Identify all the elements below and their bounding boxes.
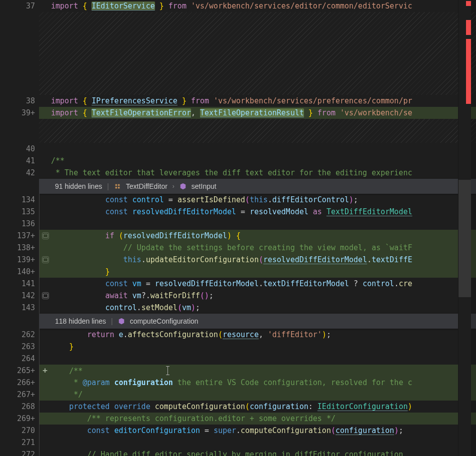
code-editor[interactable]: 37 38 39+ 40 41 42 134 135 136 137+ 138+… xyxy=(0,0,476,456)
line-number: 265++ xyxy=(0,365,39,377)
line-gutter: 37 38 39+ 40 41 42 134 135 136 137+ 138+… xyxy=(0,0,39,456)
code-line[interactable] xyxy=(39,353,476,365)
hidden-lines-text: 118 hidden lines xyxy=(55,317,106,325)
line-number: 143 xyxy=(0,302,39,314)
minimap-error-marker xyxy=(466,20,471,35)
code-line[interactable]: const resolvedDiffEditorModel = resolved… xyxy=(39,206,476,218)
code-content[interactable]: import { IEditorService } from 'vs/workb… xyxy=(39,0,476,456)
line-number: 42 xyxy=(0,167,39,179)
line-number: 136 xyxy=(0,218,39,230)
folded-region-bar[interactable]: 118 hidden lines | computeConfiguration xyxy=(39,314,476,329)
line-number: 140+ xyxy=(0,266,39,278)
method-icon xyxy=(180,183,186,190)
line-number: 41 xyxy=(0,155,39,167)
line-number: 135 xyxy=(0,206,39,218)
gutter-spacer xyxy=(0,119,39,143)
text-cursor xyxy=(168,366,168,375)
code-line[interactable]: } xyxy=(39,341,476,353)
line-number: 270 xyxy=(0,425,39,437)
folded-region-bar[interactable]: 91 hidden lines | TextDiffEditor › setIn… xyxy=(39,179,476,194)
separator: | xyxy=(111,317,113,325)
line-number: 37 xyxy=(0,0,39,12)
line-number: 40 xyxy=(0,143,39,155)
line-number: 271 xyxy=(0,437,39,449)
line-number: 138+ xyxy=(0,242,39,254)
code-line[interactable]: const editorConfiguration = super.comput… xyxy=(39,425,476,437)
line-number: 142 xyxy=(0,290,39,302)
code-line[interactable]: return e.affectsConfiguration(resource, … xyxy=(39,329,476,341)
line-number: 266+ xyxy=(0,377,39,389)
code-line-added[interactable]: this.updateEditorConfiguration(resolvedD… xyxy=(39,254,476,266)
code-line-added[interactable]: // Update the settings before creating t… xyxy=(39,242,476,254)
breadcrumb-method[interactable]: setInput xyxy=(192,182,216,190)
line-number: 272 xyxy=(0,449,39,456)
method-icon xyxy=(118,318,125,325)
code-line-added[interactable]: */ xyxy=(39,389,476,401)
minimap-viewport[interactable] xyxy=(458,180,471,297)
line-number: 267+ xyxy=(0,389,39,401)
gutter-spacer xyxy=(0,12,39,95)
code-line[interactable]: /** xyxy=(39,155,476,167)
hatch-spacer xyxy=(39,119,476,143)
code-line[interactable]: const vm = resolvedDiffEditorModel.textD… xyxy=(39,278,476,290)
scrollbar-vertical[interactable] xyxy=(471,0,476,456)
line-number: 269+ xyxy=(0,413,39,425)
code-line-added[interactable]: import { TextFileOperationError, TextFil… xyxy=(39,107,476,119)
line-number: 38 xyxy=(0,95,39,107)
code-line[interactable]: const control = assertIsDefined(this.dif… xyxy=(39,194,476,206)
line-number: 39+ xyxy=(0,107,39,119)
gutter-fold-row xyxy=(0,179,39,194)
code-line[interactable] xyxy=(39,437,476,449)
minimap[interactable] xyxy=(458,0,471,456)
separator: | xyxy=(107,182,109,190)
hidden-lines-text: 91 hidden lines xyxy=(55,182,102,190)
code-line[interactable]: await vm?.waitForDiff(); xyxy=(39,290,476,302)
line-number: 134 xyxy=(0,194,39,206)
code-line[interactable]: import { IPreferencesService } from 'vs/… xyxy=(39,95,476,107)
code-line[interactable]: protected override computeConfiguration(… xyxy=(39,401,476,413)
line-number: 141 xyxy=(0,278,39,290)
code-line-added[interactable]: * @param configuration the entire VS Cod… xyxy=(39,377,476,389)
hatch-spacer xyxy=(39,12,476,95)
code-line[interactable]: * The text editor that leverages the dif… xyxy=(39,167,476,179)
gutter-fold-row xyxy=(0,314,39,329)
line-number: 137+ xyxy=(0,230,39,242)
code-line[interactable]: // Handle diff editor specially by mergi… xyxy=(39,449,476,456)
minimap-error-marker xyxy=(466,1,471,6)
breadcrumb-class[interactable]: TextDiffEditor xyxy=(126,182,168,190)
code-line[interactable]: control.setModel(vm); xyxy=(39,302,476,314)
code-line-added[interactable]: /** xyxy=(39,365,476,377)
class-icon xyxy=(114,183,121,190)
line-number: 139+ xyxy=(0,254,39,266)
line-number: 268 xyxy=(0,401,39,413)
line-number: 263 xyxy=(0,341,39,353)
code-line[interactable]: import { IEditorService } from 'vs/workb… xyxy=(39,0,476,12)
code-line[interactable] xyxy=(39,143,476,155)
line-number: 264 xyxy=(0,353,39,365)
code-line[interactable] xyxy=(39,218,476,230)
code-line-added[interactable]: /** represents configuration.editor + so… xyxy=(39,413,476,425)
breadcrumb-method[interactable]: computeConfiguration xyxy=(130,317,198,325)
code-line-added[interactable]: } xyxy=(39,266,476,278)
code-line-added[interactable]: if (resolvedDiffEditorModel) { xyxy=(39,230,476,242)
minimap-error-marker xyxy=(466,39,471,104)
chevron-right-icon: › xyxy=(172,183,174,190)
line-number: 262 xyxy=(0,329,39,341)
